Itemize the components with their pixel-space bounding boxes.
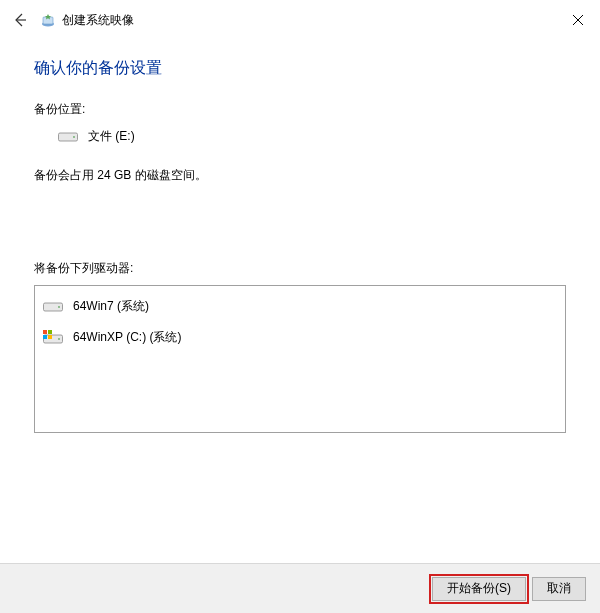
hard-drive-icon (58, 130, 78, 144)
drive-name: 64Win7 (系统) (73, 298, 149, 315)
drive-name: 64WinXP (C:) (系统) (73, 329, 181, 346)
dialog-footer: 开始备份(S) 取消 (0, 563, 600, 613)
titlebar: 创建系统映像 (0, 0, 600, 40)
window-icon (40, 12, 56, 28)
back-button[interactable] (8, 8, 32, 32)
cancel-button[interactable]: 取消 (532, 577, 586, 601)
start-backup-button[interactable]: 开始备份(S) (432, 577, 526, 601)
backup-location-row: 文件 (E:) (58, 128, 566, 145)
hard-drive-icon (43, 299, 63, 315)
svg-rect-12 (48, 330, 52, 334)
backup-location-label: 备份位置: (34, 101, 566, 118)
list-item: 64Win7 (系统) (43, 294, 557, 319)
back-arrow-icon (12, 12, 28, 28)
hard-drive-icon (43, 330, 63, 346)
drives-list-label: 将备份下列驱动器: (34, 260, 566, 277)
window-title: 创建系统映像 (62, 12, 134, 29)
svg-rect-13 (43, 335, 47, 339)
svg-point-8 (58, 306, 60, 308)
svg-point-10 (58, 338, 60, 340)
drives-list-box: 64Win7 (系统) 64WinXP (C:) (系统) (34, 285, 566, 433)
svg-point-6 (73, 136, 75, 138)
list-item: 64WinXP (C:) (系统) (43, 325, 557, 350)
close-button[interactable] (566, 8, 590, 32)
page-heading: 确认你的备份设置 (34, 58, 566, 79)
svg-rect-14 (48, 335, 52, 339)
close-icon (572, 14, 584, 26)
svg-rect-11 (43, 330, 47, 334)
backup-size-text: 备份会占用 24 GB 的磁盘空间。 (34, 167, 566, 184)
backup-location-value: 文件 (E:) (88, 128, 135, 145)
content-area: 确认你的备份设置 备份位置: 文件 (E:) 备份会占用 24 GB 的磁盘空间… (0, 40, 600, 433)
